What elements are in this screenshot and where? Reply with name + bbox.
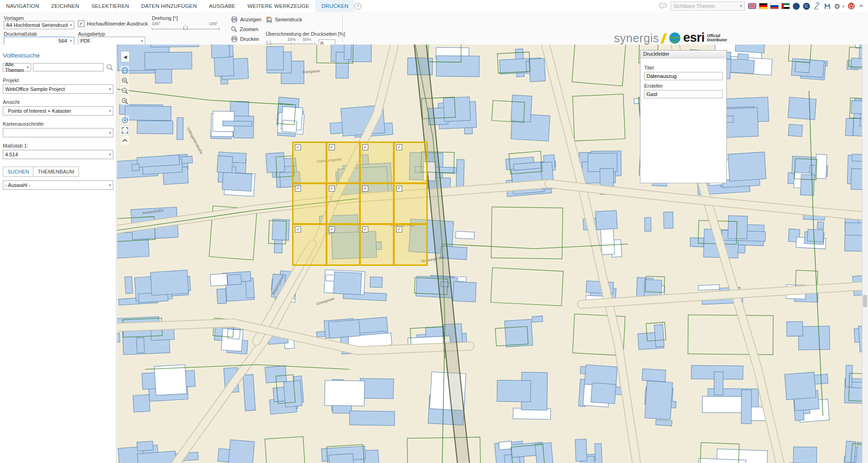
drucken-button[interactable]: Drucken xyxy=(231,34,259,43)
tab-drucken-active[interactable]: DRUCKEN xyxy=(315,0,354,12)
tab-ausgabe[interactable]: AUSGABE xyxy=(203,0,241,12)
map-viewport[interactable]: KleegasseVolksgartenstraßeOrpheumgasseAn… xyxy=(117,45,862,463)
fulltext-search-input[interactable] xyxy=(33,63,104,71)
more-tools-button[interactable] xyxy=(120,136,129,145)
massstab-value: 4.514 xyxy=(5,152,107,157)
print-page-checkbox[interactable]: ✓ xyxy=(329,186,335,192)
close-tab-icon[interactable]: ✕ xyxy=(354,3,361,10)
rotation-slider-thumb[interactable] xyxy=(183,25,188,30)
overlap-tick-50-label: 50% xyxy=(303,37,311,42)
link-icon[interactable] xyxy=(813,2,821,10)
overlap-slider[interactable] xyxy=(267,44,315,44)
right-scroll-strip[interactable] xyxy=(862,45,868,463)
anzeigen-button[interactable]: Anzeigen xyxy=(231,15,261,24)
synergis-logo: synergis xyxy=(614,32,667,45)
settings-control[interactable]: ⚙ xyxy=(834,3,844,10)
save-icon[interactable] xyxy=(824,3,831,10)
ausgabetyp-select[interactable]: PDF xyxy=(78,37,145,45)
tab-suchen[interactable]: SUCHEN xyxy=(3,167,33,177)
flag-uae-icon[interactable] xyxy=(782,3,790,9)
seriendruck-button[interactable]: Seriendruck xyxy=(266,15,302,24)
print-page-cell[interactable]: ✓ xyxy=(394,224,428,265)
print-page-checkbox[interactable]: ✓ xyxy=(396,186,402,192)
collapse-sidebar-button[interactable]: ◀ xyxy=(121,51,130,62)
massstab-select[interactable]: 4.514 xyxy=(3,150,113,159)
tab-selektieren[interactable]: SELEKTIEREN xyxy=(85,0,135,12)
zoom-out-button[interactable] xyxy=(120,86,129,95)
print-page-checkbox[interactable]: ✓ xyxy=(329,144,335,150)
language-badge-icon[interactable] xyxy=(793,3,800,10)
druckmassstab-combo[interactable]: 564 xyxy=(4,37,74,45)
titel-label: Titel xyxy=(644,65,723,71)
flag-russia-icon[interactable] xyxy=(770,3,778,9)
collapse-ribbon-chevron-icon[interactable] xyxy=(858,3,864,9)
print-page-checkbox[interactable]: ✓ xyxy=(362,226,368,232)
print-page-cell[interactable]: ✓ xyxy=(326,224,360,265)
titel-input[interactable] xyxy=(644,72,723,80)
auswahl-select[interactable]: - Auswahl - xyxy=(3,180,113,190)
overview-globe-button[interactable] xyxy=(120,66,129,75)
scroll-handle[interactable] xyxy=(863,295,867,307)
projekt-select[interactable]: WebOffice Sample Project xyxy=(3,84,113,94)
synergis-mark-icon xyxy=(660,33,667,44)
visible-themes-select[interactable]: Sichtbare Themen xyxy=(671,1,745,11)
gear-icon: ⚙ xyxy=(834,3,840,10)
tab-weitere-werkzeuge[interactable]: WEITERE WERKZEUGE xyxy=(241,0,315,12)
logout-power-icon[interactable] xyxy=(848,2,855,10)
batch-print-icon xyxy=(266,16,273,23)
hochaufloesend-checkbox[interactable]: ✓ xyxy=(78,20,85,27)
map-toolbar-spacer xyxy=(120,107,129,114)
print-page-cell[interactable]: ✓ xyxy=(293,142,326,183)
vorlagen-select[interactable]: A4 Hochformat Seriendruck xyxy=(4,21,74,29)
ersteller-input[interactable] xyxy=(644,90,723,98)
print-page-checkbox[interactable]: ✓ xyxy=(329,226,335,232)
themes-filter-select[interactable]: Alle Themen xyxy=(3,63,31,71)
language-badge-c-icon[interactable]: C xyxy=(803,3,810,10)
print-page-cell[interactable]: ✓ xyxy=(394,183,428,225)
comment-icon[interactable] xyxy=(659,2,667,10)
print-pages-grid: ✓✓✓✓✓✓✓✓✓✓✓✓ xyxy=(292,141,428,266)
search-button[interactable] xyxy=(105,63,113,72)
full-extent-button[interactable] xyxy=(120,126,129,135)
tab-navigation[interactable]: NAVIGATION xyxy=(0,0,45,12)
map-canvas[interactable]: KleegasseVolksgartenstraßeOrpheumgasseAn… xyxy=(117,45,862,463)
print-page-cell[interactable]: ✓ xyxy=(360,183,394,225)
zoom-previous-button[interactable] xyxy=(120,96,129,105)
globe-icon xyxy=(121,67,129,74)
ansicht-value: Points of Interest + Kataster xyxy=(5,108,107,114)
center-map-button[interactable] xyxy=(120,116,129,124)
topbar-right-cluster: Sichtbare Themen C ⚙ xyxy=(659,1,868,11)
tab-zeichnen[interactable]: ZEICHNEN xyxy=(45,0,85,12)
ansicht-select[interactable]: Points of Interest + Kataster xyxy=(3,106,113,116)
sidebar-tabs: SUCHEN THEMENBAUM xyxy=(3,167,113,177)
zoom-previous-icon xyxy=(121,97,129,105)
kartenausschnitte-select[interactable] xyxy=(3,128,113,137)
hochaufloesend-checkbox-row[interactable]: ✓ Hochauflösender Ausdruck xyxy=(78,20,148,27)
hochaufloesend-label: Hochauflösender Ausdruck xyxy=(87,21,148,26)
zoom-in-button[interactable] xyxy=(120,76,129,85)
print-page-checkbox[interactable]: ✓ xyxy=(295,144,301,150)
print-page-cell[interactable]: ✓ xyxy=(360,142,394,183)
print-page-cell[interactable]: ✓ xyxy=(293,224,326,265)
print-page-cell[interactable]: ✓ xyxy=(326,183,360,225)
print-page-checkbox[interactable]: ✓ xyxy=(396,226,402,232)
print-page-cell[interactable]: ✓ xyxy=(394,142,428,183)
flag-uk-icon[interactable] xyxy=(748,3,756,9)
tab-daten-hinzufuegen[interactable]: DATEN HINZUFÜGEN xyxy=(135,0,203,12)
print-page-checkbox[interactable]: ✓ xyxy=(362,144,368,150)
zoomen-button[interactable]: Zoomen xyxy=(231,25,258,33)
print-page-cell[interactable]: ✓ xyxy=(293,183,326,225)
collapse-left-arrow-icon: ◀ xyxy=(124,54,127,59)
overlap-slider-thumb[interactable] xyxy=(267,39,271,45)
print-page-checkbox[interactable]: ✓ xyxy=(295,186,301,192)
rotation-slider[interactable] xyxy=(152,29,220,29)
print-page-checkbox[interactable]: ✓ xyxy=(396,144,402,150)
flag-germany-icon[interactable] xyxy=(759,3,767,9)
druckmassstab-value: 564 xyxy=(6,38,68,44)
print-page-cell[interactable]: ✓ xyxy=(360,224,394,265)
print-page-cell[interactable]: ✓ xyxy=(326,142,360,183)
print-page-checkbox[interactable]: ✓ xyxy=(362,186,368,192)
massstab-label: Maßstab 1: xyxy=(3,143,113,148)
print-page-checkbox[interactable]: ✓ xyxy=(295,226,301,232)
tab-themenbaum[interactable]: THEMENBAUM xyxy=(33,167,78,177)
